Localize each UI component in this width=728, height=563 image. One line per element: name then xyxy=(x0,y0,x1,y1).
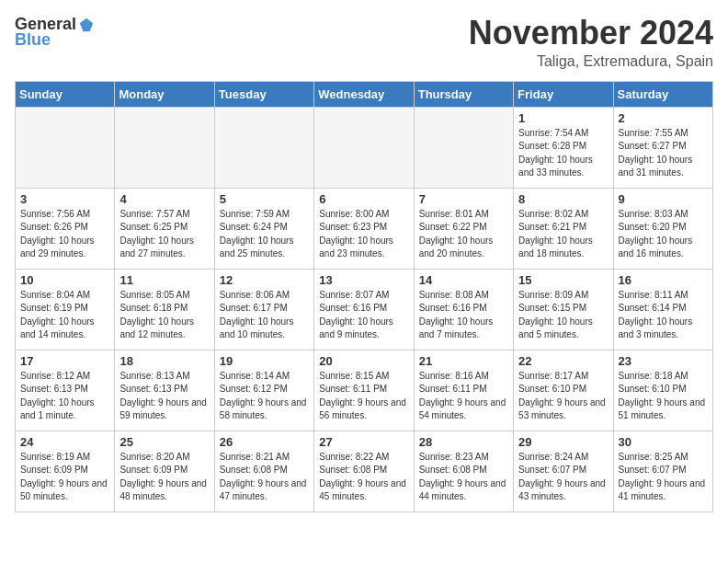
calendar-cell: 28Sunrise: 8:23 AM Sunset: 6:08 PM Dayli… xyxy=(414,431,513,511)
cell-info: Sunrise: 8:24 AM Sunset: 6:07 PM Dayligh… xyxy=(518,451,608,504)
cell-info: Sunrise: 8:15 AM Sunset: 6:11 PM Dayligh… xyxy=(319,370,408,423)
cell-info: Sunrise: 8:05 AM Sunset: 6:18 PM Dayligh… xyxy=(119,289,209,342)
day-number: 14 xyxy=(419,273,508,287)
day-number: 15 xyxy=(518,273,608,287)
day-number: 8 xyxy=(518,192,608,206)
day-number: 24 xyxy=(20,435,109,449)
header-friday: Friday xyxy=(514,81,613,107)
cell-info: Sunrise: 8:12 AM Sunset: 6:13 PM Dayligh… xyxy=(20,370,109,423)
calendar-cell: 10Sunrise: 8:04 AM Sunset: 6:19 PM Dayli… xyxy=(16,269,115,350)
calendar-cell: 9Sunrise: 8:03 AM Sunset: 6:20 PM Daylig… xyxy=(613,188,712,269)
header-saturday: Saturday xyxy=(613,81,712,107)
day-number: 19 xyxy=(220,354,309,368)
day-number: 20 xyxy=(319,354,408,368)
cell-info: Sunrise: 8:20 AM Sunset: 6:09 PM Dayligh… xyxy=(119,451,209,504)
cell-info: Sunrise: 8:00 AM Sunset: 6:23 PM Dayligh… xyxy=(319,208,408,261)
calendar-cell: 18Sunrise: 8:13 AM Sunset: 6:13 PM Dayli… xyxy=(115,350,214,431)
svg-marker-0 xyxy=(80,17,93,30)
calendar-cell: 13Sunrise: 8:07 AM Sunset: 6:16 PM Dayli… xyxy=(314,269,414,350)
calendar-cell: 27Sunrise: 8:22 AM Sunset: 6:08 PM Dayli… xyxy=(314,431,414,511)
cell-info: Sunrise: 8:23 AM Sunset: 6:08 PM Dayligh… xyxy=(419,451,508,504)
day-number: 22 xyxy=(518,354,608,368)
cell-info: Sunrise: 7:55 AM Sunset: 6:27 PM Dayligh… xyxy=(619,127,708,180)
cell-info: Sunrise: 8:25 AM Sunset: 6:07 PM Dayligh… xyxy=(619,451,708,504)
cell-info: Sunrise: 8:14 AM Sunset: 6:12 PM Dayligh… xyxy=(220,370,309,423)
calendar-week-2: 3Sunrise: 7:56 AM Sunset: 6:26 PM Daylig… xyxy=(16,188,713,269)
header-monday: Monday xyxy=(115,81,214,107)
cell-info: Sunrise: 8:02 AM Sunset: 6:21 PM Dayligh… xyxy=(518,208,608,261)
day-number: 2 xyxy=(619,111,708,125)
calendar-cell: 12Sunrise: 8:06 AM Sunset: 6:17 PM Dayli… xyxy=(214,269,313,350)
calendar-cell xyxy=(214,107,313,188)
calendar-cell: 1Sunrise: 7:54 AM Sunset: 6:28 PM Daylig… xyxy=(514,107,613,188)
cell-info: Sunrise: 7:57 AM Sunset: 6:25 PM Dayligh… xyxy=(119,208,209,261)
calendar-cell: 11Sunrise: 8:05 AM Sunset: 6:18 PM Dayli… xyxy=(115,269,214,350)
calendar-cell: 16Sunrise: 8:11 AM Sunset: 6:14 PM Dayli… xyxy=(613,269,712,350)
cell-info: Sunrise: 8:22 AM Sunset: 6:08 PM Dayligh… xyxy=(319,451,408,504)
calendar-cell: 5Sunrise: 7:59 AM Sunset: 6:24 PM Daylig… xyxy=(214,188,313,269)
cell-info: Sunrise: 8:17 AM Sunset: 6:10 PM Dayligh… xyxy=(518,370,608,423)
calendar-week-1: 1Sunrise: 7:54 AM Sunset: 6:28 PM Daylig… xyxy=(16,107,713,188)
cell-info: Sunrise: 8:08 AM Sunset: 6:16 PM Dayligh… xyxy=(419,289,508,342)
calendar-cell: 20Sunrise: 8:15 AM Sunset: 6:11 PM Dayli… xyxy=(314,350,414,431)
calendar-cell: 4Sunrise: 7:57 AM Sunset: 6:25 PM Daylig… xyxy=(115,188,214,269)
cell-info: Sunrise: 8:11 AM Sunset: 6:14 PM Dayligh… xyxy=(619,289,708,342)
calendar-week-4: 17Sunrise: 8:12 AM Sunset: 6:13 PM Dayli… xyxy=(16,350,713,431)
cell-info: Sunrise: 8:06 AM Sunset: 6:17 PM Dayligh… xyxy=(220,289,309,342)
header-wednesday: Wednesday xyxy=(314,81,414,107)
day-number: 23 xyxy=(619,354,708,368)
cell-info: Sunrise: 8:07 AM Sunset: 6:16 PM Dayligh… xyxy=(319,289,408,342)
header: General Blue November 2024 Taliga, Extre… xyxy=(15,15,713,70)
day-number: 5 xyxy=(220,192,309,206)
day-number: 11 xyxy=(119,273,209,287)
cell-info: Sunrise: 7:54 AM Sunset: 6:28 PM Dayligh… xyxy=(518,127,608,180)
calendar-cell: 25Sunrise: 8:20 AM Sunset: 6:09 PM Dayli… xyxy=(115,431,214,511)
day-number: 16 xyxy=(619,273,708,287)
day-number: 27 xyxy=(319,435,408,449)
day-number: 30 xyxy=(619,435,708,449)
day-number: 29 xyxy=(518,435,608,449)
calendar-cell: 29Sunrise: 8:24 AM Sunset: 6:07 PM Dayli… xyxy=(514,431,613,511)
calendar-cell xyxy=(414,107,513,188)
calendar-cell xyxy=(115,107,214,188)
cell-info: Sunrise: 8:04 AM Sunset: 6:19 PM Dayligh… xyxy=(20,289,109,342)
cell-info: Sunrise: 8:19 AM Sunset: 6:09 PM Dayligh… xyxy=(20,451,109,504)
header-sunday: Sunday xyxy=(16,81,115,107)
day-number: 7 xyxy=(419,192,508,206)
calendar-cell: 21Sunrise: 8:16 AM Sunset: 6:11 PM Dayli… xyxy=(414,350,513,431)
calendar-week-5: 24Sunrise: 8:19 AM Sunset: 6:09 PM Dayli… xyxy=(16,431,713,511)
day-number: 26 xyxy=(220,435,309,449)
day-number: 4 xyxy=(119,192,209,206)
day-number: 10 xyxy=(20,273,109,287)
header-tuesday: Tuesday xyxy=(214,81,313,107)
calendar-cell: 8Sunrise: 8:02 AM Sunset: 6:21 PM Daylig… xyxy=(514,188,613,269)
calendar-cell: 15Sunrise: 8:09 AM Sunset: 6:15 PM Dayli… xyxy=(514,269,613,350)
day-number: 12 xyxy=(220,273,309,287)
day-number: 17 xyxy=(20,354,109,368)
cell-info: Sunrise: 8:09 AM Sunset: 6:15 PM Dayligh… xyxy=(518,289,608,342)
calendar-cell: 3Sunrise: 7:56 AM Sunset: 6:26 PM Daylig… xyxy=(16,188,115,269)
day-number: 18 xyxy=(119,354,209,368)
calendar-week-3: 10Sunrise: 8:04 AM Sunset: 6:19 PM Dayli… xyxy=(16,269,713,350)
cell-info: Sunrise: 8:16 AM Sunset: 6:11 PM Dayligh… xyxy=(419,370,508,423)
calendar-cell: 26Sunrise: 8:21 AM Sunset: 6:08 PM Dayli… xyxy=(214,431,313,511)
calendar-header-row: SundayMondayTuesdayWednesdayThursdayFrid… xyxy=(16,81,713,107)
calendar-cell: 19Sunrise: 8:14 AM Sunset: 6:12 PM Dayli… xyxy=(214,350,313,431)
logo: General Blue xyxy=(15,15,95,50)
calendar-cell: 24Sunrise: 8:19 AM Sunset: 6:09 PM Dayli… xyxy=(16,431,115,511)
cell-info: Sunrise: 7:56 AM Sunset: 6:26 PM Dayligh… xyxy=(20,208,109,261)
logo-blue: Blue xyxy=(15,30,51,50)
day-number: 6 xyxy=(319,192,408,206)
calendar-cell: 23Sunrise: 8:18 AM Sunset: 6:10 PM Dayli… xyxy=(613,350,712,431)
title-area: November 2024 Taliga, Extremadura, Spain xyxy=(469,15,713,70)
cell-info: Sunrise: 8:18 AM Sunset: 6:10 PM Dayligh… xyxy=(619,370,708,423)
calendar-cell xyxy=(16,107,115,188)
cell-info: Sunrise: 8:13 AM Sunset: 6:13 PM Dayligh… xyxy=(119,370,209,423)
day-number: 9 xyxy=(619,192,708,206)
calendar-table: SundayMondayTuesdayWednesdayThursdayFrid… xyxy=(15,81,713,512)
calendar-cell xyxy=(314,107,414,188)
calendar-cell: 6Sunrise: 8:00 AM Sunset: 6:23 PM Daylig… xyxy=(314,188,414,269)
cell-info: Sunrise: 8:21 AM Sunset: 6:08 PM Dayligh… xyxy=(220,451,309,504)
day-number: 1 xyxy=(518,111,608,125)
calendar-cell: 30Sunrise: 8:25 AM Sunset: 6:07 PM Dayli… xyxy=(613,431,712,511)
